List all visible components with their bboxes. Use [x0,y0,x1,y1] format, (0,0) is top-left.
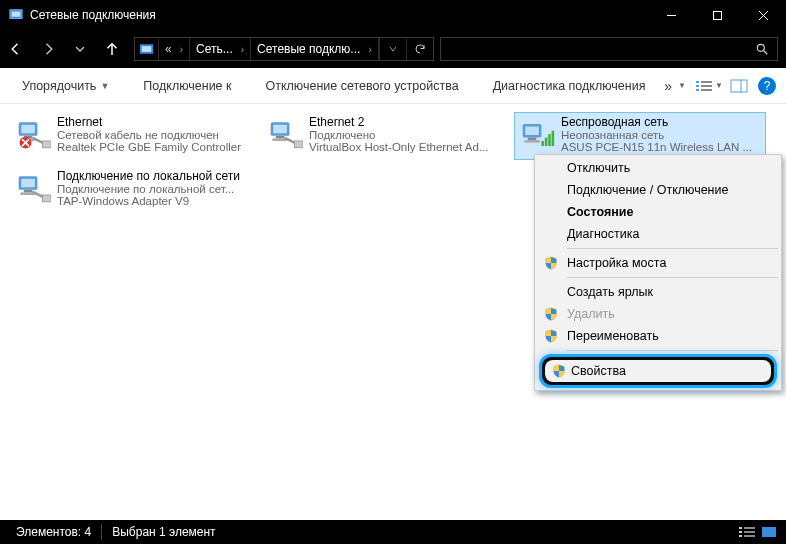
recent-locations-button[interactable] [64,34,96,64]
nav-row: «› Сеть...› Сетевые подклю...› [0,30,786,68]
adapter-status: Сетевой кабель не подключен [57,129,257,141]
status-bar: Элементов: 4 Выбран 1 элемент [0,520,786,544]
help-button[interactable]: ? [758,77,776,95]
context-menu-item[interactable]: Диагностика [537,223,779,245]
adapter-device: Realtek PCIe GbE Family Controller [57,141,257,153]
adapter-device: TAP-Windows Adapter V9 [57,195,257,207]
context-menu-item[interactable]: Отключить [537,157,779,179]
svg-rect-29 [276,136,285,139]
adapter-item[interactable]: EthernetСетевой кабель не подключенRealt… [10,112,262,160]
svg-line-10 [764,51,768,55]
context-menu-item[interactable]: Создать ярлык [537,281,779,303]
shield-icon [543,328,559,344]
svg-rect-42 [24,190,33,193]
status-selection: Выбран 1 элемент [102,524,225,540]
adapter-icon [15,169,53,209]
connect-to-button[interactable]: Подключение к [133,72,241,100]
breadcrumb-label: Сеть... [196,42,233,56]
back-button[interactable] [0,34,32,64]
svg-rect-37 [545,138,548,147]
svg-point-9 [757,44,764,51]
svg-rect-41 [21,179,35,188]
breadcrumb-history[interactable]: «› [159,38,190,60]
view-details-button[interactable] [736,523,758,541]
svg-rect-11 [696,81,699,83]
svg-rect-15 [696,89,699,91]
address-bar[interactable]: «› Сеть...› Сетевые подклю...› [134,37,434,61]
disable-label: Отключение сетевого устройства [266,79,459,93]
svg-rect-13 [696,85,699,87]
refresh-button[interactable] [406,38,433,60]
maximize-button[interactable] [694,0,740,30]
dropdown-icon: ▼ [100,81,109,91]
preview-pane-button[interactable] [724,73,754,99]
svg-rect-23 [43,141,52,148]
context-menu-label: Подключение / Отключение [567,183,728,197]
view-large-icons-button[interactable] [758,523,780,541]
overflow-label: » [664,78,674,94]
diagnose-label: Диагностика подключения [493,79,646,93]
adapter-status: Подключение по локальной сет... [57,183,257,195]
svg-rect-16 [701,89,712,91]
svg-rect-49 [739,535,742,537]
adapter-item[interactable]: Беспроводная сетьНеопознанная сетьASUS P… [514,112,766,160]
context-menu-item[interactable]: Переименовать [537,325,779,347]
organize-button[interactable]: Упорядочить ▼ [12,72,119,100]
adapter-item[interactable]: Подключение по локальной сетиПодключение… [10,166,262,214]
svg-rect-1 [12,12,21,17]
svg-rect-3 [713,11,721,19]
adapter-name: Ethernet 2 [309,115,509,129]
breadcrumb-item-0[interactable]: Сеть...› [190,38,251,60]
adapter-status: Подключено [309,129,509,141]
view-options-button[interactable]: ▼ [694,73,724,99]
app-icon [8,7,24,23]
up-button[interactable] [96,34,128,64]
search-box[interactable] [440,37,778,61]
minimize-button[interactable] [648,0,694,30]
context-menu-label: Состояние [567,205,633,219]
search-input[interactable] [441,42,751,56]
context-menu-separator [567,350,778,351]
svg-rect-39 [552,131,555,146]
context-menu-item[interactable]: Подключение / Отключение [537,179,779,201]
shield-icon [543,255,559,271]
svg-rect-20 [21,125,35,134]
context-menu-label: Удалить [567,307,615,321]
adapter-name: Подключение по локальной сети [57,169,257,183]
svg-rect-44 [43,195,52,202]
address-icon [135,38,159,60]
svg-rect-48 [744,531,755,533]
context-menu-item[interactable]: Настройка моста [537,252,779,274]
breadcrumb-item-1[interactable]: Сетевые подклю...› [251,38,379,60]
connect-label: Подключение к [143,79,231,93]
context-menu-separator [567,277,778,278]
organize-label: Упорядочить [22,79,96,93]
svg-rect-46 [744,527,755,529]
svg-rect-28 [273,125,287,134]
svg-rect-50 [744,535,755,537]
window-title: Сетевые подключения [30,8,156,22]
address-dropdown[interactable] [379,38,406,60]
svg-rect-33 [525,127,539,136]
context-menu-label: Переименовать [567,329,659,343]
disable-device-button[interactable]: Отключение сетевого устройства [256,72,469,100]
breadcrumb-label: Сетевые подклю... [257,42,360,56]
close-button[interactable] [740,0,786,30]
context-menu-label: Настройка моста [567,256,666,270]
diagnose-connection-button[interactable]: Диагностика подключения [483,72,656,100]
forward-button[interactable] [32,34,64,64]
context-menu-item[interactable]: Состояние [537,201,779,223]
adapter-device: VirtualBox Host-Only Ethernet Ad... [309,141,509,153]
context-menu-item-highlighted[interactable]: Свойства [537,354,779,388]
svg-rect-47 [739,531,742,533]
svg-rect-17 [731,80,747,92]
svg-rect-31 [295,141,304,148]
svg-rect-38 [548,134,551,146]
toolbar-overflow-button[interactable]: »▼ [658,72,694,100]
context-menu-label: Отключить [567,161,630,175]
status-item-count: Элементов: 4 [6,524,102,540]
titlebar: Сетевые подключения [0,0,786,30]
svg-rect-14 [701,85,712,87]
adapter-item[interactable]: Ethernet 2ПодключеноVirtualBox Host-Only… [262,112,514,160]
content-area: EthernetСетевой кабель не подключенRealt… [0,104,786,520]
